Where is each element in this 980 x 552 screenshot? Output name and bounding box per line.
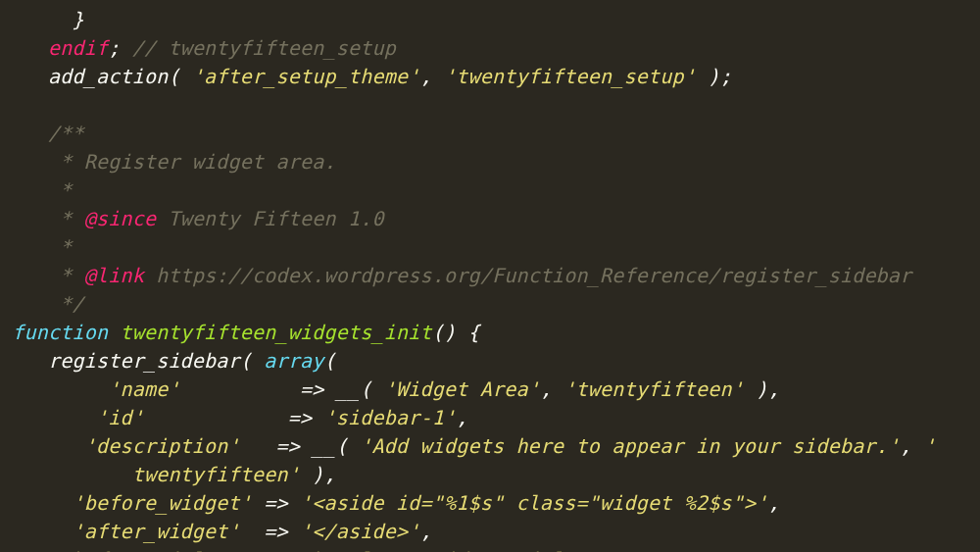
code-token: * bbox=[48, 264, 84, 287]
code-token: , bbox=[900, 434, 923, 458]
indent bbox=[0, 178, 48, 202]
code-token: 'Add widgets here to appear in your side… bbox=[360, 434, 900, 458]
code-line: 'before_title' => '<h2 class="widget-tit… bbox=[0, 546, 980, 552]
indent bbox=[0, 321, 12, 344]
code-token: , bbox=[767, 491, 779, 515]
code-token: '<h2 class="widget-title">' bbox=[288, 548, 612, 552]
indent bbox=[0, 491, 72, 515]
code-token: register_sidebar( bbox=[48, 349, 264, 373]
code-line: */ bbox=[0, 290, 980, 319]
code-token: */ bbox=[48, 292, 84, 316]
indent bbox=[0, 434, 84, 458]
code-token: add_action( bbox=[48, 65, 192, 88]
code-line: add_action( 'after_setup_theme', 'twenty… bbox=[0, 63, 980, 91]
code-token: , bbox=[419, 65, 443, 88]
indent bbox=[0, 122, 48, 145]
code-line: twentyfifteen' ), bbox=[0, 461, 980, 489]
code-token: () { bbox=[432, 321, 480, 344]
indent bbox=[0, 520, 72, 543]
indent bbox=[0, 235, 48, 259]
code-token: * Register widget area. bbox=[48, 150, 336, 174]
code-token: 'sidebar-1' bbox=[324, 406, 457, 429]
code-token: 'name' bbox=[108, 377, 179, 401]
code-token: 'description' bbox=[84, 434, 240, 458]
code-token: @since bbox=[84, 207, 156, 230]
code-token: , bbox=[419, 520, 431, 543]
code-line: endif; // twentyfifteen_setup bbox=[0, 34, 980, 63]
code-line: function twentyfifteen_widgets_init() { bbox=[0, 319, 980, 347]
indent bbox=[0, 292, 48, 316]
code-line: * bbox=[0, 233, 980, 262]
code-line: /** bbox=[0, 120, 980, 148]
indent bbox=[0, 463, 132, 486]
code-line: * @link https://codex.wordpress.org/Func… bbox=[0, 262, 980, 290]
code-token: array bbox=[264, 349, 323, 373]
indent bbox=[0, 36, 48, 60]
code-token: 'twentyfifteen' bbox=[564, 377, 744, 401]
code-line: 'id' => 'sidebar-1', bbox=[0, 404, 980, 432]
code-token: , bbox=[612, 548, 623, 552]
code-line: 'after_widget' => '</aside>', bbox=[0, 518, 980, 546]
indent bbox=[0, 8, 72, 31]
code-token: => __( bbox=[240, 434, 360, 458]
code-token: 'Widget Area' bbox=[384, 377, 540, 401]
code-token: 'twentyfifteen_setup' bbox=[444, 65, 696, 88]
code-token: * bbox=[48, 235, 72, 259]
code-token: } bbox=[72, 8, 83, 31]
code-line: register_sidebar( array( bbox=[0, 347, 980, 376]
code-token: => bbox=[252, 491, 300, 515]
code-token: function bbox=[12, 321, 108, 344]
code-token: 'before_widget' bbox=[72, 491, 252, 515]
code-token: => bbox=[144, 406, 324, 429]
code-token: Twenty Fifteen 1.0 bbox=[156, 207, 384, 230]
code-token: * bbox=[48, 207, 84, 230]
code-line: 'name' => __( 'Widget Area', 'twentyfift… bbox=[0, 376, 980, 404]
code-line: * Register widget area. bbox=[0, 148, 980, 176]
code-line bbox=[0, 91, 980, 120]
code-token: , bbox=[456, 406, 467, 429]
code-token: ), bbox=[300, 463, 336, 486]
code-line: } bbox=[0, 6, 980, 34]
code-token: twentyfifteen' bbox=[132, 463, 300, 486]
code-line: * @since Twenty Fifteen 1.0 bbox=[0, 205, 980, 233]
code-token: @link bbox=[84, 264, 144, 287]
indent bbox=[0, 264, 48, 287]
code-editor[interactable]: } endif; // twentyfifteen_setup add_acti… bbox=[0, 0, 980, 552]
code-token: '</aside>' bbox=[300, 520, 419, 543]
code-token bbox=[108, 321, 120, 344]
code-token: /** bbox=[48, 122, 84, 145]
code-line: * bbox=[0, 176, 980, 205]
code-token: twentyfifteen_widgets_init bbox=[120, 321, 431, 344]
indent bbox=[0, 548, 60, 552]
code-line: 'before_widget' => '<aside id="%1$s" cla… bbox=[0, 489, 980, 518]
indent bbox=[0, 207, 48, 230]
code-token: https://codex.wordpress.org/Function_Ref… bbox=[144, 264, 911, 287]
code-token: 'after_setup_theme' bbox=[192, 65, 420, 88]
code-token: // twentyfifteen_setup bbox=[120, 36, 396, 60]
code-token: ), bbox=[744, 377, 780, 401]
code-token: 'after_widget' bbox=[72, 520, 239, 543]
indent bbox=[0, 406, 96, 429]
code-token: 'before_title' bbox=[60, 548, 227, 552]
code-token: => bbox=[228, 548, 288, 552]
code-line: 'description' => __( 'Add widgets here t… bbox=[0, 432, 980, 461]
indent bbox=[0, 349, 48, 373]
code-token: => __( bbox=[180, 377, 384, 401]
indent bbox=[0, 377, 108, 401]
code-token: ( bbox=[324, 349, 336, 373]
code-token: ' bbox=[924, 434, 936, 458]
code-token: , bbox=[540, 377, 564, 401]
code-token: ); bbox=[696, 65, 732, 88]
code-token: 'id' bbox=[96, 406, 144, 429]
code-token: endif bbox=[48, 36, 108, 60]
indent bbox=[0, 65, 48, 88]
code-token: => bbox=[240, 520, 300, 543]
code-token: ; bbox=[108, 36, 120, 60]
code-token: '<aside id="%1$s" class="widget %2$s">' bbox=[300, 491, 767, 515]
indent bbox=[0, 150, 48, 174]
code-token bbox=[0, 93, 12, 117]
code-token: * bbox=[48, 178, 72, 202]
